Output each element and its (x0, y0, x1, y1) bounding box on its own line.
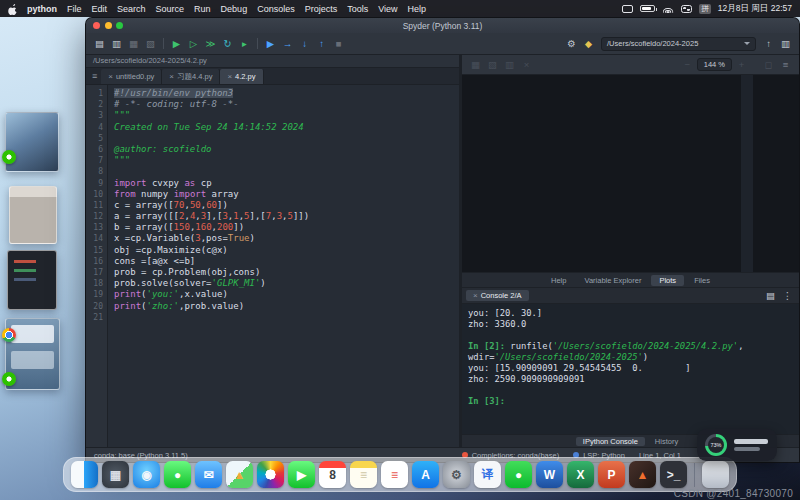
run-cell-advance-icon[interactable]: ≫ (203, 36, 218, 51)
pythonpath-manager-icon[interactable]: ◆ (581, 36, 596, 51)
close-tab-icon[interactable]: × (108, 72, 113, 81)
save-file-icon[interactable]: ▦ (126, 36, 141, 51)
wechat-mini-icon[interactable] (2, 372, 16, 386)
plots-thumbnail-strip[interactable] (741, 75, 753, 272)
chrome-mini-icon[interactable] (2, 328, 16, 342)
editor-tab-label: 4.2.py (235, 72, 255, 81)
browse-directory-icon[interactable]: ▥ (778, 36, 793, 51)
save-all-plots-icon[interactable]: ▧ (485, 57, 500, 72)
control-center-icon[interactable] (681, 5, 692, 13)
copy-plot-icon[interactable]: ▥ (502, 57, 517, 72)
run-file-icon[interactable]: ▶ (169, 36, 184, 51)
dock-messages-icon[interactable]: ● (164, 461, 191, 488)
menu-item-tools[interactable]: Tools (342, 4, 373, 14)
close-icon[interactable]: × (473, 291, 478, 300)
editor-tab-习题4.4.py[interactable]: ×习题4.4.py (162, 69, 220, 84)
close-tab-icon[interactable]: × (227, 72, 232, 81)
plots-options-menu-icon[interactable]: ≡ (778, 57, 793, 72)
dock-terminal-icon[interactable]: >_ (660, 461, 687, 488)
dock-launchpad-icon[interactable]: ▦ (102, 461, 129, 488)
console-tab[interactable]: × Console 2/A (466, 290, 529, 301)
dock-facetime-icon[interactable]: ▶ (288, 461, 315, 488)
menubar-clock[interactable]: 12月8日 周日 22:57 (718, 3, 792, 15)
debug-file-icon[interactable]: ▶ (263, 36, 278, 51)
code-editor[interactable]: 123456789101112131415161718192021 #!/usr… (86, 85, 459, 447)
preferences-icon[interactable]: ⚙ (564, 36, 579, 51)
wechat-mini-icon[interactable] (2, 150, 16, 164)
dock-safari-icon[interactable]: ◉ (133, 461, 160, 488)
menu-item-run[interactable]: Run (189, 4, 216, 14)
zoom-in-icon[interactable]: + (734, 57, 749, 72)
debug-step-over-icon[interactable]: → (280, 36, 295, 51)
fit-plot-icon[interactable]: ◻ (761, 57, 776, 72)
dock-wechat-icon[interactable]: ● (505, 461, 532, 488)
run-selection-icon[interactable]: ▸ (237, 36, 252, 51)
dock-system-settings-icon[interactable]: ⚙ (443, 461, 470, 488)
new-console-icon[interactable]: ▤ (763, 288, 778, 303)
new-file-icon[interactable]: ▤ (92, 36, 107, 51)
wifi-icon[interactable] (662, 4, 674, 13)
input-source-badge[interactable]: 拼 (699, 4, 711, 14)
dock-maps-icon[interactable]: ▲ (226, 461, 253, 488)
dock-mail-icon[interactable]: ✉ (195, 461, 222, 488)
menu-item-consoles[interactable]: Consoles (252, 4, 300, 14)
menu-item-source[interactable]: Source (151, 4, 190, 14)
pane-tab-variable-explorer[interactable]: Variable Explorer (576, 275, 649, 286)
dock-photos-icon[interactable] (257, 461, 284, 488)
menu-item-file[interactable]: File (62, 4, 87, 14)
open-file-icon[interactable]: ▥ (109, 36, 124, 51)
stop-icon[interactable]: ■ (331, 36, 346, 51)
code-line: b = array([150,160,200]) (114, 222, 459, 233)
dock-finder-icon[interactable] (71, 461, 98, 488)
window-title-bar[interactable]: Spyder (Python 3.11) (86, 18, 799, 33)
dock-powerpoint-icon[interactable]: P (598, 461, 625, 488)
minimize-window-button[interactable] (105, 22, 112, 29)
run-cell-icon[interactable]: ▷ (186, 36, 201, 51)
close-tab-icon[interactable]: × (169, 72, 174, 81)
close-window-button[interactable] (93, 22, 100, 29)
dock-matlab-icon[interactable]: ▲ (629, 461, 656, 488)
save-all-icon[interactable]: ▧ (143, 36, 158, 51)
editor-tab-4.2.py[interactable]: ×4.2.py (220, 69, 263, 84)
desktop-window-thumbnail-2[interactable] (9, 186, 57, 244)
editor-tab-untitled0.py[interactable]: ×untitled0.py (101, 69, 162, 84)
dock-excel-icon[interactable]: X (567, 461, 594, 488)
debug-step-into-icon[interactable]: ↓ (297, 36, 312, 51)
pane-tab-plots[interactable]: Plots (651, 275, 684, 286)
dock-calendar-icon[interactable]: 8 (319, 461, 346, 488)
menu-item-edit[interactable]: Edit (87, 4, 113, 14)
desktop-window-thumbnail-3[interactable] (7, 250, 57, 310)
remove-plot-icon[interactable]: × (519, 57, 534, 72)
menu-item-view[interactable]: View (373, 4, 402, 14)
zoom-window-button[interactable] (116, 22, 123, 29)
dock-reminders-icon[interactable]: ≡ (381, 461, 408, 488)
tab-list-icon[interactable]: ≡ (88, 71, 101, 81)
ipython-console-output[interactable]: you: [20. 30.]zho: 3360.0 In [2]: runfil… (462, 304, 799, 434)
console-bottom-tab-ipython-console[interactable]: IPython Console (576, 437, 645, 446)
apple-menu-icon[interactable] (8, 3, 18, 15)
console-bottom-tab-history[interactable]: History (648, 437, 685, 446)
debug-step-out-icon[interactable]: ↑ (314, 36, 329, 51)
dock-notes-icon[interactable]: ≡ (350, 461, 377, 488)
menu-item-python[interactable]: python (22, 4, 62, 14)
dock-translate-icon[interactable]: 译 (474, 461, 501, 488)
menu-item-help[interactable]: Help (403, 4, 432, 14)
battery-icon[interactable] (640, 5, 655, 12)
screen-mirroring-icon[interactable] (622, 5, 633, 13)
menu-item-search[interactable]: Search (112, 4, 151, 14)
menu-item-projects[interactable]: Projects (300, 4, 343, 14)
desktop-window-thumbnail-1[interactable] (5, 112, 59, 172)
dock-word-icon[interactable]: W (536, 461, 563, 488)
re-run-icon[interactable]: ↻ (220, 36, 235, 51)
dock-app-store-icon[interactable]: A (412, 461, 439, 488)
dock-trash-icon[interactable] (702, 461, 729, 488)
zoom-out-icon[interactable]: − (680, 57, 695, 72)
parent-directory-icon[interactable]: ↑ (761, 36, 776, 51)
working-directory-selector[interactable]: /Users/scofieldo/2024-2025 (601, 37, 756, 51)
menu-item-debug[interactable]: Debug (216, 4, 253, 14)
pane-tab-files[interactable]: Files (686, 275, 718, 286)
save-plot-icon[interactable]: ▦ (468, 57, 483, 72)
pane-tab-help[interactable]: Help (543, 275, 574, 286)
battery-widget[interactable]: 73% (697, 429, 777, 461)
console-options-menu-icon[interactable]: ⋮ (780, 288, 795, 303)
